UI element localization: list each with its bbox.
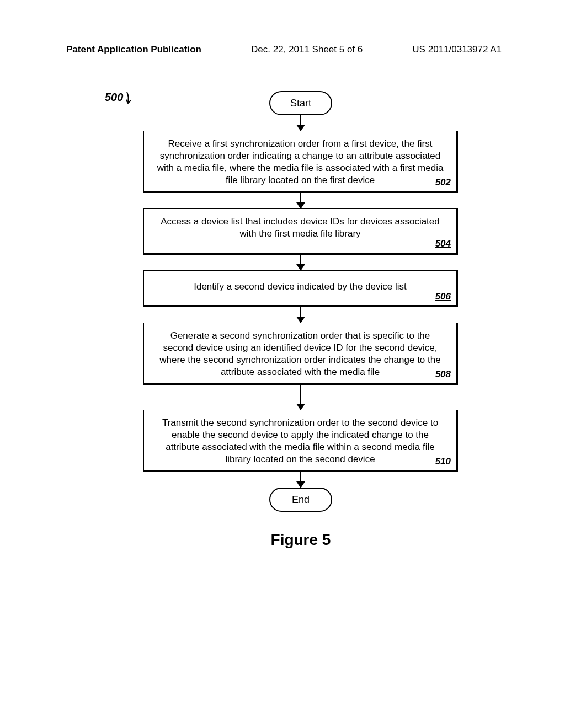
figure-caption: Figure 5: [143, 531, 458, 549]
step-text: Transmit the second synchronization orde…: [162, 417, 438, 464]
flowchart-step: Generate a second synchronization order …: [143, 323, 458, 385]
step-text: Identify a second device indicated by th…: [194, 281, 407, 292]
step-text: Access a device list that includes devic…: [161, 216, 440, 239]
flowchart-diagram: Start Receive a first synchronization or…: [143, 91, 458, 549]
arrow-icon: [300, 385, 301, 410]
arrow-icon: [300, 255, 301, 270]
step-number: 504: [435, 238, 451, 250]
arrow-icon: [300, 115, 301, 131]
step-number: 508: [435, 368, 451, 381]
header-sheet-info: Dec. 22, 2011 Sheet 5 of 6: [251, 44, 363, 55]
flowchart-step: Receive a first synchronization order fr…: [143, 131, 458, 193]
step-number: 506: [435, 291, 451, 303]
arrow-icon: [300, 472, 301, 488]
end-label: End: [292, 494, 310, 506]
page-header: Patent Application Publication Dec. 22, …: [0, 44, 565, 55]
flowchart-step: Access a device list that includes devic…: [143, 208, 458, 254]
reference-arrow-icon: [126, 91, 137, 105]
header-pub-number: US 2011/0313972 A1: [412, 44, 502, 55]
step-number: 510: [435, 456, 451, 468]
arrow-icon: [300, 193, 301, 208]
flowchart-step: Transmit the second synchronization orde…: [143, 410, 458, 472]
start-terminator: Start: [269, 91, 332, 115]
header-publication: Patent Application Publication: [66, 44, 201, 55]
arrow-icon: [300, 307, 301, 323]
end-terminator: End: [269, 488, 332, 512]
step-text: Generate a second synchronization order …: [159, 330, 440, 377]
flowchart-step: Identify a second device indicated by th…: [143, 270, 458, 307]
start-label: Start: [290, 98, 311, 109]
step-text: Receive a first synchronization order fr…: [157, 138, 444, 185]
step-number: 502: [435, 176, 451, 189]
figure-reference-label: 500: [105, 91, 123, 104]
